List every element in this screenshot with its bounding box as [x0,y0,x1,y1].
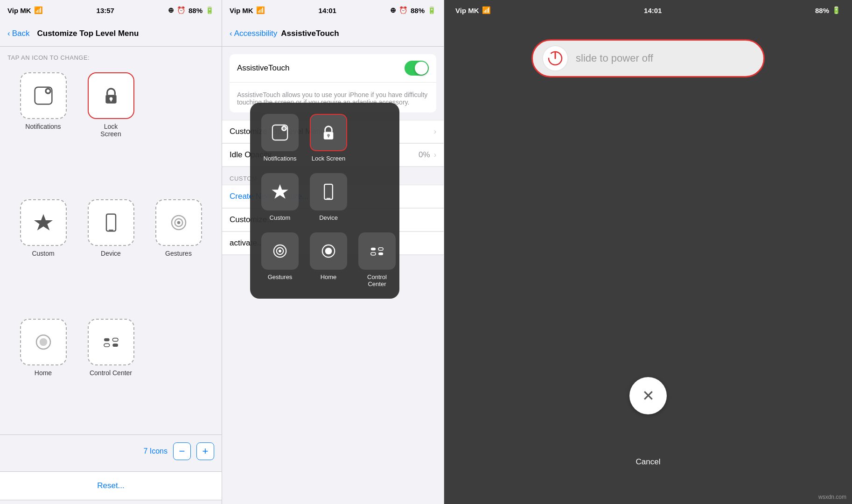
overlay-box-custom[interactable] [261,173,299,210]
icon-box-device[interactable] [88,199,134,246]
page-title-1: Customize Top Level Menu [37,29,139,38]
icon-box-lock-screen[interactable] [88,72,134,119]
assistivetouch-overlay-menu: Notifications Lock Screen [250,103,399,299]
slide-to-power-off-text: slide to power off [576,52,653,64]
status-right-1: ⊕ ⏰ 88% 🔋 [168,6,214,14]
svg-rect-5 [110,99,112,101]
overlay-item-lock-screen[interactable]: Lock Screen [306,110,351,166]
device-icon [99,211,123,234]
battery-icon-3: 🔋 [832,6,841,14]
nav-bar-1: ‹ Back Customize Top Level Menu [0,21,222,47]
battery-icon-2: 🔋 [427,6,436,14]
wifi-icon-2: 📶 [256,6,265,14]
status-bar-3: Vip MK 📶 14:01 88% 🔋 [444,0,852,21]
svg-rect-7 [106,214,116,231]
icon-box-notifications[interactable] [20,72,67,119]
icon-item-lock-screen[interactable]: LockScreen [79,69,143,192]
overlay-item-device[interactable]: Device [306,169,351,225]
reset-button[interactable]: Reset... [97,481,125,490]
carrier-3: Vip MK [455,7,479,14]
overlay-gestures-icon [270,241,290,261]
carrier-1: Vip MK [7,7,31,14]
icon-box-control-center[interactable] [88,319,134,365]
svg-rect-34 [371,252,376,255]
overlay-label-gestures: Gestures [268,273,293,280]
svg-point-2 [46,90,49,93]
icon-item-notifications[interactable]: Notifications [11,69,75,192]
icon-item-home[interactable]: Home [11,315,75,431]
icon-box-gestures[interactable] [155,199,202,246]
icon-item-custom[interactable]: Custom [11,196,75,311]
battery-3: 88% [815,7,829,14]
overlay-box-notifications[interactable] [261,114,299,151]
customize-menu-right: › [434,127,436,136]
assistivetouch-toggle-info: AssistiveTouch [237,63,289,73]
icon-item-control-center[interactable]: Control Center [79,315,143,431]
svg-rect-15 [112,338,118,342]
cancel-button[interactable]: ✕ [629,377,667,414]
overlay-control-center-icon [367,241,387,261]
carrier-2: Vip MK [230,7,253,14]
overlay-box-gestures[interactable] [261,232,299,270]
section-label-1: TAP AN ICON TO CHANGE: [0,47,222,65]
increase-icons-button[interactable]: + [196,442,214,460]
time-2: 14:01 [319,7,336,14]
overlay-item-custom[interactable]: Custom [258,169,302,225]
icon-item-device[interactable]: Device [79,196,143,311]
svg-rect-26 [327,198,331,198]
overlay-box-control-center[interactable] [358,232,396,270]
icon-item-gestures[interactable]: Gestures [147,196,210,311]
svg-marker-24 [272,184,288,199]
overlay-item-control-center[interactable]: Control Center [355,229,399,291]
icon-label-control-center: Control Center [90,369,132,377]
cancel-section: ✕ Cancel [629,377,667,467]
battery-1: 88% [189,7,203,14]
location-icon-2: ⊕ [390,6,396,14]
status-left-3: Vip MK 📶 [455,6,491,14]
overlay-item-notifications[interactable]: Notifications [258,110,302,166]
idle-opacity-right: 0% › [419,150,436,160]
svg-rect-16 [104,343,110,347]
control-center-icon [99,330,123,354]
power-slider[interactable]: slide to power off [531,39,765,77]
overlay-box-lock-screen[interactable] [310,114,347,151]
page-title-2: AssistiveTouch [281,29,339,38]
svg-rect-35 [378,252,383,255]
icon-box-home[interactable] [20,319,67,365]
overlay-item-gestures[interactable]: Gestures [258,229,302,291]
back-button-2[interactable]: ‹ Accessibility [230,29,277,38]
overlay-custom-icon [270,182,290,202]
wifi-icon-1: 📶 [34,6,43,14]
status-right-3: 88% 🔋 [815,6,841,14]
status-right-2: ⊕ ⏰ 88% 🔋 [390,6,436,14]
status-bar-2: Vip MK 📶 14:01 ⊕ ⏰ 88% 🔋 [222,0,444,21]
nav-bar-2: ‹ Accessibility AssistiveTouch [222,21,444,47]
overlay-icons-grid: Notifications Lock Screen [258,110,392,291]
icon-label-notifications: Notifications [25,123,61,130]
watermark-wsxdn: wsxdn.com [818,494,846,500]
overlay-label-control-center: Control Center [358,273,396,287]
cancel-x-icon: ✕ [642,387,655,405]
assistivetouch-toggle[interactable] [405,61,429,76]
idle-opacity-value: 0% [419,150,430,160]
notifications-icon [32,84,55,107]
icon-item-empty-1 [147,69,210,192]
decrease-icons-button[interactable]: − [173,442,191,460]
overlay-item-home[interactable]: Home [306,229,351,291]
wifi-icon-3: 📶 [482,6,491,14]
overlay-label-home: Home [321,273,337,280]
back-label-1: Back [12,29,30,38]
chevron-right-icon-1: › [434,127,436,136]
icon-label-home: Home [35,369,52,377]
chevron-left-icon-1: ‹ [7,29,10,38]
icon-label-gestures: Gestures [165,250,192,257]
home-icon [32,330,55,354]
overlay-home-icon [318,241,339,261]
overlay-box-device[interactable] [310,173,347,210]
power-icon [547,50,564,67]
svg-rect-17 [112,343,118,347]
time-1: 13:57 [97,7,114,14]
back-button-1[interactable]: ‹ Back [7,29,29,38]
overlay-box-home[interactable] [310,232,347,270]
icon-box-custom[interactable] [20,199,67,246]
